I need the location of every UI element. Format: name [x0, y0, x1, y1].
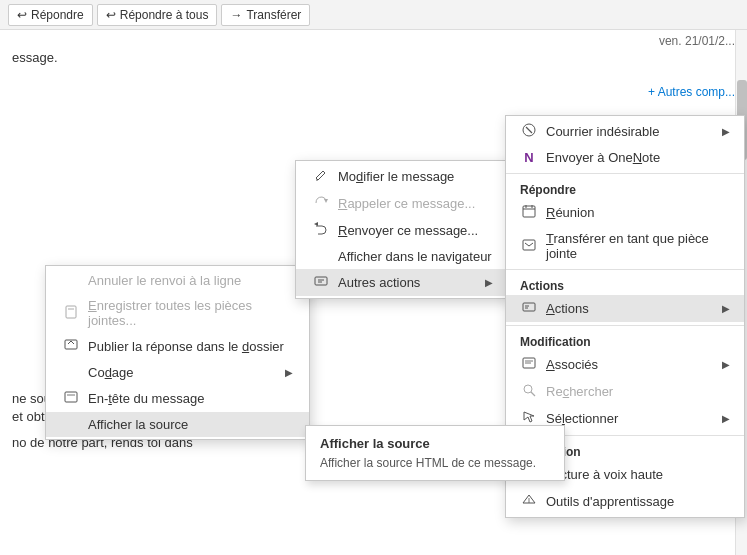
entete-icon — [62, 390, 80, 407]
courrier-icon — [520, 123, 538, 140]
autres-comp-button[interactable]: + Autres comp... — [648, 85, 735, 99]
section-actions: Actions — [506, 273, 744, 295]
publier-icon — [62, 338, 80, 355]
codage-arrow-icon: ▶ — [285, 367, 293, 378]
ctx-item-entete[interactable]: En-tête du message — [46, 385, 309, 412]
ctx-item-afficher-source[interactable]: Afficher la source — [46, 412, 309, 437]
svg-rect-3 — [65, 392, 77, 402]
section-modification: Modification — [506, 329, 744, 351]
svg-line-25 — [531, 392, 535, 396]
selectionner-arrow-icon: ▶ — [722, 413, 730, 424]
ctx-autres-actions[interactable]: Autres actions ▶ — [296, 269, 509, 296]
reply-all-icon: ↩ — [106, 8, 116, 22]
autres-actions-arrow-icon: ▶ — [485, 277, 493, 288]
rmenu-apprentissage[interactable]: Outils d'apprentissage — [506, 488, 744, 515]
associes-arrow-icon: ▶ — [722, 359, 730, 370]
rappeler-icon — [312, 195, 330, 212]
rmenu-reunion[interactable]: Réunion — [506, 199, 744, 226]
ctx-renvoyer[interactable]: Renvoyer ce message... — [296, 217, 509, 244]
separator-2 — [506, 269, 744, 270]
rmenu-associes[interactable]: Associés ▶ — [506, 351, 744, 378]
svg-line-12 — [526, 127, 532, 133]
ctx-rappeler: Rappeler ce message... — [296, 190, 509, 217]
tooltip-description: Afficher la source HTML de ce message. — [320, 456, 550, 470]
actions-arrow-icon: ▶ — [722, 303, 730, 314]
reply-icon: ↩ — [17, 8, 27, 22]
rechercher-icon — [520, 383, 538, 400]
svg-rect-13 — [523, 206, 535, 217]
svg-rect-0 — [66, 306, 76, 318]
rmenu-onenote[interactable]: N Envoyer à OneNote — [506, 145, 744, 170]
enregistrer-icon — [62, 305, 80, 322]
context-menu-left: Annuler le renvoi à la ligne Enregistrer… — [45, 265, 310, 440]
transfer-icon: → — [230, 8, 242, 22]
tooltip-afficher-source: Afficher la source Afficher la source HT… — [305, 425, 565, 481]
autres-actions-icon — [312, 274, 330, 291]
separator-1 — [506, 173, 744, 174]
reply-button[interactable]: ↩ Répondre — [8, 4, 93, 26]
courrier-arrow-icon: ▶ — [722, 126, 730, 137]
svg-rect-18 — [523, 303, 535, 311]
ctx-modifier[interactable]: Modifier le message — [296, 163, 509, 190]
onenote-icon: N — [520, 150, 538, 165]
ctx-navigateur[interactable]: Afficher dans le navigateur — [296, 244, 509, 269]
svg-rect-17 — [523, 240, 535, 250]
date-bar: ven. 21/01/2... — [0, 30, 747, 52]
toolbar: ↩ Répondre ↩ Répondre à tous → Transfére… — [0, 0, 747, 30]
svg-marker-7 — [314, 222, 318, 226]
separator-3 — [506, 325, 744, 326]
ctx-item-annuler: Annuler le renvoi à la ligne — [46, 268, 309, 293]
section-repondre: Répondre — [506, 177, 744, 199]
modifier-icon — [312, 168, 330, 185]
ctx-item-publier[interactable]: Publier la réponse dans le dossier — [46, 333, 309, 360]
apprentissage-icon — [520, 493, 538, 510]
svg-point-24 — [524, 385, 532, 393]
associes-icon — [520, 356, 538, 373]
ctx-item-enregistrer: Enregistrer toutes les pièces jointes... — [46, 293, 309, 333]
rmenu-rechercher: Rechercher — [506, 378, 744, 405]
reunion-icon — [520, 204, 538, 221]
context-menu-outer-right: Modifier le message Rappeler ce message.… — [295, 160, 510, 299]
rmenu-courrier[interactable]: Courrier indésirable ▶ — [506, 118, 744, 145]
svg-marker-6 — [324, 199, 328, 203]
tooltip-title: Afficher la source — [320, 436, 550, 451]
ctx-item-codage[interactable]: Codage ▶ — [46, 360, 309, 385]
rmenu-transferer-pj[interactable]: Transférer en tant que pièce jointe — [506, 226, 744, 266]
svg-rect-8 — [315, 277, 327, 285]
actions-icon — [520, 300, 538, 317]
transferer-pj-icon — [520, 238, 538, 255]
rmenu-actions[interactable]: Actions ▶ — [506, 295, 744, 322]
email-snippet: essage. — [12, 50, 58, 65]
renvoyer-icon — [312, 222, 330, 239]
reply-all-button[interactable]: ↩ Répondre à tous — [97, 4, 218, 26]
transfer-button[interactable]: → Transférer — [221, 4, 310, 26]
